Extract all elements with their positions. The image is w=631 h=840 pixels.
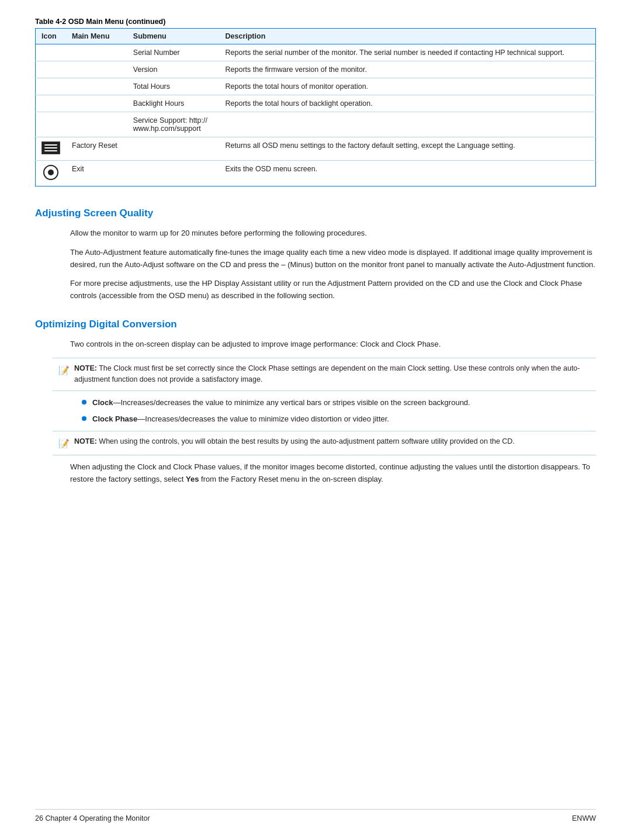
bullet-dot-1 (82, 400, 86, 405)
table-cell-submenu: Total Hours (127, 78, 220, 95)
table-cell-submenu (127, 161, 220, 186)
adjusting-para-3: For more precise adjustments, use the HP… (70, 278, 596, 302)
table-row: VersionReports the firmware version of t… (36, 61, 596, 78)
table-cell-description (220, 112, 596, 137)
table-caption: Table 4-2 OSD Main Menu (continued) (35, 18, 596, 26)
table-cell-main-menu (66, 112, 127, 137)
adjusting-section-heading: Adjusting Screen Quality (35, 208, 596, 219)
table-cell-icon (36, 161, 67, 186)
bullet-dot-2 (82, 416, 86, 421)
table-row: Serial NumberReports the serial number o… (36, 44, 596, 61)
footer-left: 26 Chapter 4 Operating the Monitor (35, 814, 150, 822)
note-icon-1: 📝 (58, 364, 70, 377)
table-cell-main-menu (66, 61, 127, 78)
table-cell-description: Reports the total hours of backlight ope… (220, 95, 596, 112)
table-cell-main-menu (66, 95, 127, 112)
adjusting-para-2: The Auto-Adjustment feature automaticall… (70, 247, 596, 271)
note-1-text: NOTE: The Clock must first be set correc… (74, 363, 590, 386)
table-row: ExitExits the OSD menu screen. (36, 161, 596, 186)
bullet-item-clock-phase: Clock Phase—Increases/decreases the valu… (82, 413, 596, 425)
table-cell-main-menu (66, 44, 127, 61)
table-cell-description: Reports the firmware version of the moni… (220, 61, 596, 78)
table-cell-icon (36, 95, 67, 112)
col-icon: Icon (36, 29, 67, 44)
table-cell-main-menu: Factory Reset (66, 137, 127, 161)
table-cell-submenu (127, 137, 220, 161)
table-row: Factory ResetReturns all OSD menu settin… (36, 137, 596, 161)
note-box-1: 📝 NOTE: The Clock must first be set corr… (53, 358, 596, 391)
optimizing-closing: When adjusting the Clock and Clock Phase… (70, 461, 596, 486)
adjusting-para-1: Allow the monitor to warm up for 20 minu… (70, 227, 596, 240)
table-row: Service Support: http:// www.hp.com/supp… (36, 112, 596, 137)
table-cell-icon (36, 61, 67, 78)
osd-main-menu-table: Icon Main Menu Submenu Description Seria… (35, 28, 596, 186)
footer-right: ENWW (572, 814, 596, 822)
table-row: Total HoursReports the total hours of mo… (36, 78, 596, 95)
table-cell-icon (36, 137, 67, 161)
optimizing-section-heading: Optimizing Digital Conversion (35, 319, 596, 330)
table-cell-main-menu: Exit (66, 161, 127, 186)
table-cell-description: Reports the serial number of the monitor… (220, 44, 596, 61)
col-submenu: Submenu (127, 29, 220, 44)
table-row: Backlight HoursReports the total hours o… (36, 95, 596, 112)
table-cell-description: Reports the total hours of monitor opera… (220, 78, 596, 95)
col-main-menu: Main Menu (66, 29, 127, 44)
note-icon-2: 📝 (58, 437, 70, 450)
col-description: Description (220, 29, 596, 44)
exit-icon (43, 165, 58, 180)
optimizing-intro: Two controls in the on-screen display ca… (70, 338, 596, 351)
page-footer: 26 Chapter 4 Operating the Monitor ENWW (35, 809, 596, 822)
table-cell-icon (36, 112, 67, 137)
bullet-text-clock-phase: Clock Phase—Increases/decreases the valu… (92, 413, 389, 425)
note-box-2: 📝 NOTE: When using the controls, you wil… (53, 431, 596, 455)
bullet-item-clock: Clock—Increases/decreases the value to m… (82, 397, 596, 409)
table-cell-icon (36, 78, 67, 95)
note-2-text: NOTE: When using the controls, you will … (74, 436, 515, 447)
table-cell-submenu: Service Support: http:// www.hp.com/supp… (127, 112, 220, 137)
table-cell-description: Exits the OSD menu screen. (220, 161, 596, 186)
table-cell-main-menu (66, 78, 127, 95)
table-cell-submenu: Version (127, 61, 220, 78)
table-cell-icon (36, 44, 67, 61)
bullet-text-clock: Clock—Increases/decreases the value to m… (92, 397, 470, 409)
table-cell-submenu: Serial Number (127, 44, 220, 61)
table-cell-submenu: Backlight Hours (127, 95, 220, 112)
factory-reset-icon (41, 141, 60, 154)
adjusting-screen-quality-section: Adjusting Screen Quality Allow the monit… (35, 208, 596, 302)
bullet-list: Clock—Increases/decreases the value to m… (82, 397, 596, 425)
optimizing-section: Optimizing Digital Conversion Two contro… (35, 319, 596, 486)
table-cell-description: Returns all OSD menu settings to the fac… (220, 137, 596, 161)
